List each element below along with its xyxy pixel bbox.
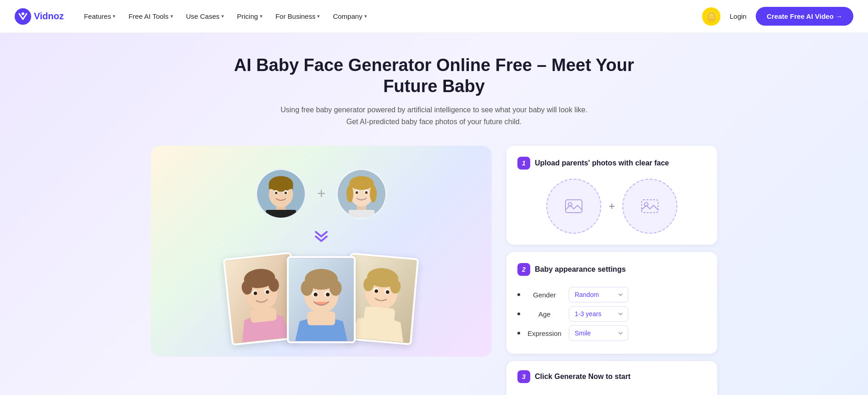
- svg-rect-34: [250, 307, 277, 323]
- step-3-card: 3 Click Generate Now to start: [506, 361, 717, 395]
- mother-face-svg: [338, 169, 385, 219]
- step-1-number: 1: [517, 157, 530, 170]
- svg-point-40: [330, 280, 342, 296]
- gender-select[interactable]: Random Boy Girl: [569, 287, 628, 302]
- svg-rect-45: [308, 311, 335, 325]
- age-select[interactable]: 1-3 years 3-5 years 5-8 years: [569, 306, 628, 322]
- mother-avatar: [336, 169, 387, 219]
- step-2-card: 2 Baby appearance settings Gender Random…: [506, 252, 717, 354]
- svg-point-44: [326, 292, 330, 296]
- gender-label: Gender: [524, 291, 565, 299]
- baby-photo-2: [287, 256, 356, 343]
- svg-point-39: [301, 280, 313, 296]
- baby-photos: [218, 256, 424, 343]
- upload-mother-button[interactable]: [622, 179, 677, 234]
- logo[interactable]: Vidnoz: [15, 8, 64, 25]
- baby-2-svg: [289, 256, 354, 343]
- svg-point-1: [22, 12, 24, 15]
- svg-point-21: [356, 191, 358, 194]
- login-button[interactable]: Login: [728, 9, 748, 24]
- svg-rect-16: [350, 183, 374, 187]
- illustration-panel: +: [151, 146, 492, 357]
- page-subtitle: Using free baby generator powered by art…: [278, 104, 590, 127]
- plus-icon: +: [317, 185, 326, 202]
- svg-rect-58: [642, 200, 658, 213]
- step-2-number: 2: [517, 263, 530, 276]
- nav-actions: 🪙 Login Create Free AI Video →: [702, 7, 853, 26]
- expression-select[interactable]: Smile Neutral Laugh: [569, 325, 628, 341]
- svg-point-22: [365, 191, 368, 194]
- step-2-title: Baby appearance settings: [535, 265, 626, 274]
- down-chevrons-icon: [312, 228, 330, 249]
- svg-point-0: [15, 8, 31, 25]
- chevron-down-icon: ▾: [170, 13, 173, 19]
- nav-company[interactable]: Company ▾: [327, 9, 372, 24]
- upload-row: +: [517, 179, 706, 234]
- chevron-down-icon: ▾: [364, 13, 367, 19]
- bullet-icon: [517, 313, 520, 315]
- nav-use-cases[interactable]: Use Cases ▾: [181, 9, 230, 24]
- age-label: Age: [524, 310, 565, 318]
- svg-point-43: [313, 292, 318, 296]
- step-2-header: 2 Baby appearance settings: [517, 263, 706, 276]
- svg-point-18: [370, 185, 377, 203]
- page-title: AI Baby Face Generator Online Free – Mee…: [228, 55, 640, 97]
- father-avatar: [256, 169, 306, 219]
- step-1-title: Upload parents' photos with clear face: [535, 159, 669, 167]
- parents-row: +: [256, 169, 387, 219]
- svg-rect-6: [269, 184, 293, 189]
- chevron-down-icon: ▾: [317, 13, 320, 19]
- create-free-video-button[interactable]: Create Free AI Video →: [756, 7, 853, 26]
- nav-for-business[interactable]: For Business ▾: [270, 9, 326, 24]
- right-panel: 1 Upload parents' photos with clear face…: [506, 146, 717, 395]
- svg-rect-11: [266, 210, 296, 219]
- coin-icon[interactable]: 🪙: [702, 7, 720, 26]
- upload-father-button[interactable]: [546, 179, 601, 234]
- nav-pricing[interactable]: Pricing ▾: [231, 9, 268, 24]
- step-3-number: 3: [517, 370, 530, 383]
- svg-point-17: [346, 185, 353, 203]
- chevron-down-icon: ▾: [113, 13, 115, 19]
- svg-point-9: [275, 192, 277, 194]
- bullet-icon: [517, 332, 520, 335]
- hero-section: AI Baby Face Generator Online Free – Mee…: [0, 33, 868, 395]
- upload-image-icon-2: [640, 196, 660, 216]
- upload-plus-icon: +: [609, 200, 615, 213]
- expression-row: Expression Smile Neutral Laugh: [517, 324, 706, 343]
- nav-links: Features ▾ Free AI Tools ▾ Use Cases ▾ P…: [78, 9, 702, 24]
- nav-free-ai-tools[interactable]: Free AI Tools ▾: [123, 9, 178, 24]
- svg-point-10: [284, 192, 287, 194]
- father-face-svg: [257, 169, 305, 219]
- bullet-icon: [517, 293, 520, 296]
- logo-text: Vidnoz: [34, 11, 64, 22]
- gender-row: Gender Random Boy Girl: [517, 285, 706, 304]
- step-3-title: Click Generate Now to start: [535, 373, 631, 381]
- svg-rect-56: [566, 200, 582, 213]
- age-row: Age 1-3 years 3-5 years 5-8 years: [517, 304, 706, 324]
- step-1-header: 1 Upload parents' photos with clear face: [517, 157, 706, 170]
- upload-image-icon: [564, 196, 584, 216]
- expression-label: Expression: [524, 329, 565, 337]
- chevron-down-icon: ▾: [221, 13, 224, 19]
- chevron-down-icon: ▾: [260, 13, 263, 19]
- svg-rect-23: [349, 210, 375, 219]
- step-1-card: 1 Upload parents' photos with clear face…: [506, 146, 717, 245]
- nav-features[interactable]: Features ▾: [78, 9, 121, 24]
- main-content: +: [136, 146, 732, 395]
- logo-icon: [15, 8, 31, 25]
- navbar: Vidnoz Features ▾ Free AI Tools ▾ Use Ca…: [0, 0, 868, 33]
- step-3-header: 3 Click Generate Now to start: [517, 370, 706, 383]
